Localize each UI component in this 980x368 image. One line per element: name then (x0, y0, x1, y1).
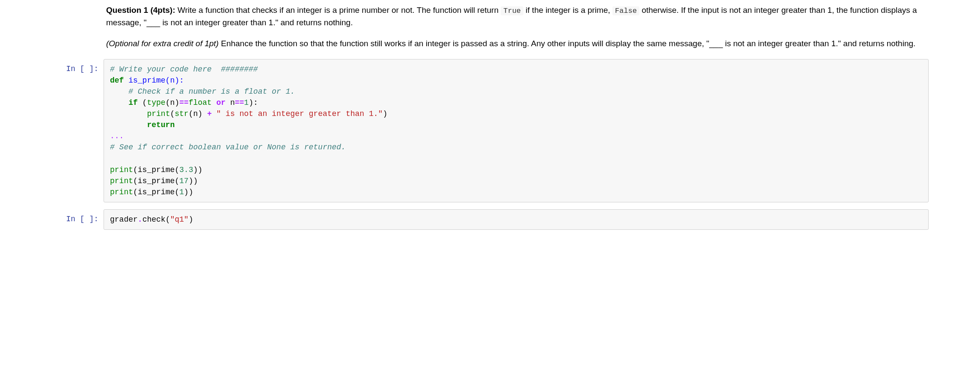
prompt-label-1: In [ ]: (30, 59, 104, 202)
code-cell-1: In [ ]: # Write your code here ######## … (30, 59, 929, 202)
code-content-1[interactable]: # Write your code here ######## def is_p… (110, 64, 922, 198)
code-false: False (612, 6, 639, 15)
prompt-label-2: In [ ]: (30, 209, 104, 230)
code-content-2[interactable]: grader.check("q1") (110, 214, 922, 225)
markdown-cell: Question 1 (4pts): Write a function that… (106, 4, 928, 50)
notebook: Question 1 (4pts): Write a function that… (0, 0, 980, 249)
question-paragraph-2: (Optional for extra credit of 1pt) Enhan… (106, 38, 928, 50)
code-cell-2: In [ ]: grader.check("q1") (30, 209, 929, 230)
code-true: True (501, 6, 523, 15)
optional-label: (Optional for extra credit of 1pt) (106, 39, 219, 48)
question-title: Question 1 (4pts): (106, 6, 175, 15)
code-input-area-1[interactable]: # Write your code here ######## def is_p… (104, 59, 929, 202)
code-input-area-2[interactable]: grader.check("q1") (104, 209, 929, 230)
question-paragraph-1: Question 1 (4pts): Write a function that… (106, 4, 928, 28)
